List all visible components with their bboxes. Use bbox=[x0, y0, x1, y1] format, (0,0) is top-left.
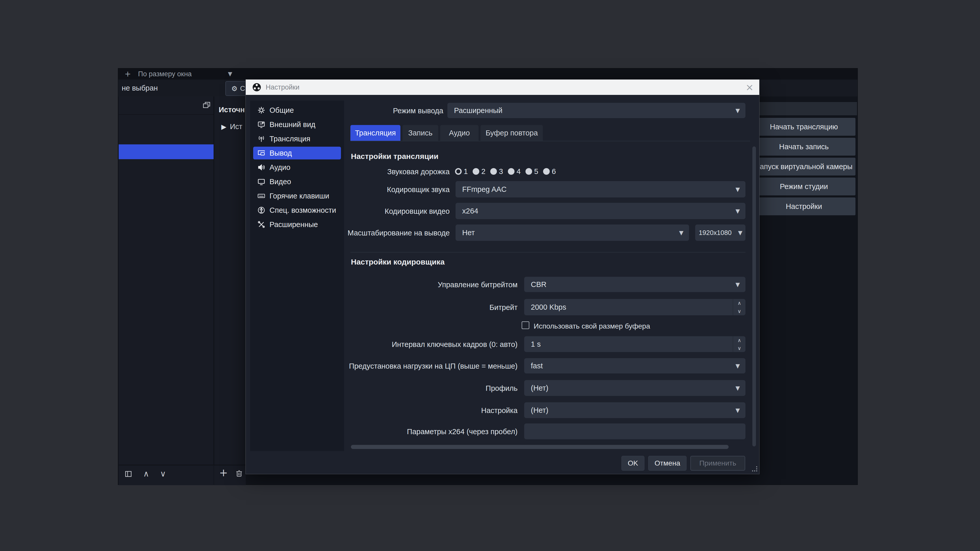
appearance-icon bbox=[257, 121, 266, 129]
close-icon[interactable]: × bbox=[746, 82, 754, 93]
radio-track-5[interactable]: 5 bbox=[525, 167, 543, 176]
controls-panel-header bbox=[751, 102, 857, 115]
spin-down-icon[interactable]: ∨ bbox=[733, 307, 746, 315]
tab-streaming[interactable]: Трансляция bbox=[350, 125, 401, 141]
sidebar-item-output[interactable]: Вывод bbox=[253, 147, 341, 159]
chevron-down-icon: ▼ bbox=[735, 107, 740, 114]
list-grid-icon[interactable] bbox=[124, 470, 132, 478]
horizontal-scrollbar[interactable] bbox=[351, 445, 729, 449]
sidebar-item-audio[interactable]: Аудио bbox=[253, 161, 341, 174]
profile-select[interactable]: (Нет) ▼ bbox=[524, 380, 746, 396]
audio-encoder-value: FFmpeg AAC bbox=[462, 185, 507, 194]
video-encoder-select[interactable]: x264 ▼ bbox=[455, 203, 746, 219]
keyboard-icon bbox=[257, 192, 266, 200]
chevron-down-icon: ▼ bbox=[735, 208, 740, 214]
rescale-select[interactable]: Нет ▼ bbox=[455, 224, 689, 241]
apply-button[interactable]: Применить bbox=[690, 456, 745, 471]
sidebar-label-general: Общие bbox=[269, 106, 294, 114]
output-icon bbox=[257, 149, 266, 157]
sidebar-label-video: Видео bbox=[269, 178, 291, 186]
preview-toolbar: + По размеру окна ▼ bbox=[118, 68, 858, 80]
move-down-icon[interactable]: ∨ bbox=[160, 469, 166, 478]
sidebar-label-stream: Трансляция bbox=[269, 135, 310, 143]
vertical-scrollbar[interactable] bbox=[752, 146, 756, 446]
settings-button[interactable]: Настройки bbox=[752, 197, 856, 215]
sources-panel-toolbar: + bbox=[214, 465, 246, 485]
ok-button[interactable]: OK bbox=[621, 456, 644, 471]
x264-options-input[interactable] bbox=[524, 424, 746, 439]
custom-buffer-label: Использовать свой размер буфера bbox=[534, 322, 650, 330]
tab-recording[interactable]: Запись bbox=[402, 125, 438, 141]
keyint-spinbox[interactable]: 1 s ∧ ∨ bbox=[524, 336, 746, 352]
zoom-plus-icon[interactable]: + bbox=[124, 69, 131, 78]
start-recording-button[interactable]: Начать запись bbox=[752, 138, 856, 156]
dialog-titlebar[interactable]: Настройки × bbox=[246, 79, 759, 95]
scenes-panel-header bbox=[119, 97, 213, 114]
video-encoder-value: x264 bbox=[462, 207, 478, 215]
accessibility-icon bbox=[257, 206, 266, 214]
wrench-icon bbox=[257, 221, 266, 229]
fit-to-window-label[interactable]: По размеру окна bbox=[138, 70, 192, 78]
sidebar-item-video[interactable]: Видео bbox=[253, 175, 341, 188]
source-list-item[interactable]: ▶ Ист bbox=[221, 122, 242, 131]
sidebar-label-appearance: Внешний вид bbox=[269, 121, 315, 129]
section-divider bbox=[350, 252, 746, 252]
sidebar-item-appearance[interactable]: Внешний вид bbox=[253, 118, 341, 131]
sources-panel-title: Источн bbox=[219, 106, 245, 114]
output-mode-label: Режим вывода bbox=[341, 106, 443, 115]
keyint-label: Интервал ключевых кадров (0: авто) bbox=[339, 340, 517, 349]
audio-track-label: Звуковая дорожка bbox=[348, 168, 450, 176]
audio-encoder-select[interactable]: FFmpeg AAC ▼ bbox=[455, 181, 746, 197]
sidebar-item-general[interactable]: Общие bbox=[253, 104, 341, 117]
sidebar-item-stream[interactable]: Трансляция bbox=[253, 132, 341, 145]
radio-track-6[interactable]: 6 bbox=[543, 167, 561, 176]
scene-item-selected[interactable] bbox=[119, 144, 213, 159]
resize-grip[interactable] bbox=[752, 466, 758, 472]
keyint-value: 1 s bbox=[531, 340, 541, 348]
sidebar-item-advanced[interactable]: Расширенные bbox=[253, 218, 341, 231]
radio-track-2[interactable]: 2 bbox=[473, 167, 490, 176]
chevron-down-icon: ▼ bbox=[679, 230, 683, 236]
tab-replay-buffer[interactable]: Буфер повтора bbox=[480, 125, 543, 141]
add-source-icon[interactable]: + bbox=[219, 467, 228, 478]
sidebar-label-accessibility: Спец. возможности bbox=[269, 206, 336, 214]
obs-logo-icon bbox=[252, 83, 261, 92]
layers-icon[interactable] bbox=[202, 101, 211, 110]
cpu-preset-select[interactable]: fast ▼ bbox=[524, 358, 746, 373]
studio-mode-button[interactable]: Режим студии bbox=[752, 178, 856, 195]
profile-value: (Нет) bbox=[531, 384, 549, 392]
bitrate-label: Битрейт bbox=[339, 303, 517, 312]
radio-track-3[interactable]: 3 bbox=[490, 167, 508, 176]
spin-down-icon[interactable]: ∨ bbox=[733, 344, 746, 352]
start-streaming-button[interactable]: Начать трансляцию bbox=[752, 118, 856, 136]
radio-track-4[interactable]: 4 bbox=[508, 167, 525, 176]
radio-track-1[interactable]: 1 bbox=[455, 167, 473, 176]
output-mode-select[interactable]: Расширенный ▼ bbox=[447, 103, 746, 118]
encoder-section-title: Настройки кодировщика bbox=[351, 258, 445, 266]
sources-panel: Источн ▶ Ист bbox=[214, 97, 246, 465]
sidebar-item-hotkeys[interactable]: Горячие клавиши bbox=[253, 189, 341, 202]
sidebar-item-accessibility[interactable]: Спец. возможности bbox=[253, 204, 341, 217]
no-source-selected-label: не выбран bbox=[122, 84, 158, 92]
sidebar-label-audio: Аудио bbox=[269, 163, 290, 171]
play-icon: ▶ bbox=[221, 123, 226, 130]
rate-control-select[interactable]: CBR ▼ bbox=[524, 277, 746, 292]
move-up-icon[interactable]: ∧ bbox=[143, 469, 149, 478]
rescale-resolution-select[interactable]: 1920x1080 ▼ bbox=[695, 224, 746, 241]
custom-buffer-checkbox[interactable] bbox=[522, 321, 529, 329]
bitrate-spinbox[interactable]: 2000 Kbps ∧ ∨ bbox=[524, 299, 746, 315]
cancel-button[interactable]: Отмена bbox=[648, 456, 687, 471]
audio-track-radio-group: 1 2 3 4 5 6 bbox=[455, 166, 561, 176]
start-virtual-camera-button[interactable]: Запуск виртуальной камеры bbox=[752, 158, 856, 176]
chevron-down-icon[interactable]: ▼ bbox=[228, 71, 232, 77]
tune-select[interactable]: (Нет) ▼ bbox=[524, 402, 746, 418]
video-encoder-label: Кодировщик видео bbox=[348, 207, 450, 216]
cpu-preset-value: fast bbox=[531, 362, 543, 370]
profile-label: Профиль bbox=[339, 384, 517, 392]
spin-up-icon[interactable]: ∧ bbox=[733, 299, 746, 307]
tab-audio[interactable]: Аудио bbox=[440, 125, 479, 141]
trash-icon[interactable] bbox=[235, 469, 243, 478]
spin-up-icon[interactable]: ∧ bbox=[733, 336, 746, 344]
x264-options-label: Параметры x264 (через пробел) bbox=[339, 427, 517, 436]
chevron-down-icon: ▼ bbox=[735, 363, 740, 369]
